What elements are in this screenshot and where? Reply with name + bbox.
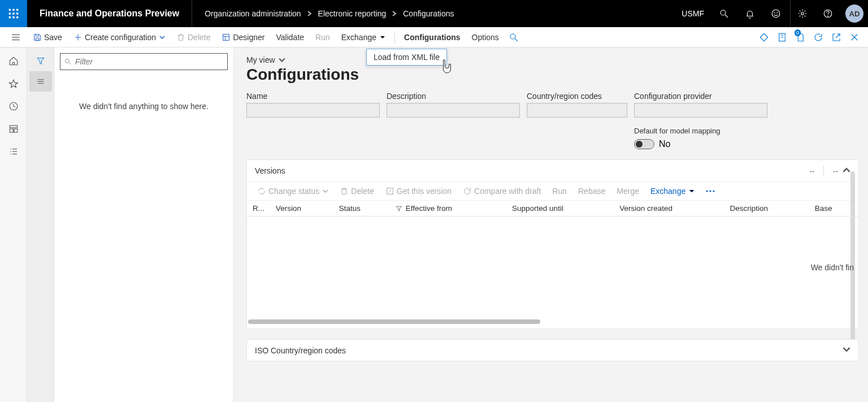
hamburger-icon <box>11 32 21 42</box>
notifications-button[interactable] <box>738 0 762 27</box>
create-configuration-button[interactable]: Create configuration <box>68 31 171 44</box>
nav-home[interactable] <box>2 51 25 71</box>
attachments-button[interactable]: 0 <box>791 28 809 46</box>
versions-grid: R... Version Status Effective from Suppo… <box>247 201 858 217</box>
svg-rect-6 <box>9 16 11 18</box>
svg-point-16 <box>828 16 828 16</box>
app-title: Finance and Operations Preview <box>27 0 192 27</box>
breadcrumb-org-admin[interactable]: Organization administration <box>205 9 301 18</box>
col-description[interactable]: Description <box>724 201 809 217</box>
nav-expand-button[interactable] <box>5 32 27 42</box>
col-effective-from[interactable]: Effective from <box>390 201 506 217</box>
nav-favorites[interactable] <box>2 74 25 94</box>
col-version-created[interactable]: Version created <box>614 201 724 217</box>
close-button[interactable] <box>845 28 863 46</box>
scrollbar-thumb[interactable] <box>248 319 540 324</box>
popout-button[interactable] <box>827 28 845 46</box>
save-button[interactable]: Save <box>27 31 68 44</box>
versions-more-button[interactable] <box>701 188 719 194</box>
global-search-button[interactable] <box>712 0 736 27</box>
star-icon <box>8 79 19 89</box>
svg-line-31 <box>836 34 840 38</box>
field-provider-label: Configuration provider <box>634 92 767 101</box>
svg-rect-1 <box>12 9 14 11</box>
svg-marker-45 <box>37 58 44 64</box>
filter-rail <box>27 47 54 402</box>
col-effective-label: Effective from <box>406 204 452 213</box>
validate-button[interactable]: Validate <box>271 31 310 44</box>
action-search-button[interactable] <box>505 28 523 46</box>
attachments-badge: 0 <box>795 29 801 36</box>
page-title: Configurations <box>246 66 859 84</box>
horizontal-scrollbar[interactable] <box>248 318 857 325</box>
help-button[interactable] <box>816 0 840 27</box>
nav-modules[interactable] <box>2 141 25 162</box>
versions-toolbar: Change status Delete Get this version Co… <box>247 181 858 201</box>
delete-label: Delete <box>188 33 210 42</box>
svg-rect-37 <box>10 129 13 132</box>
lines-icon <box>36 77 45 86</box>
svg-rect-0 <box>9 9 11 11</box>
svg-rect-3 <box>9 12 11 14</box>
breadcrumb-electronic-reporting[interactable]: Electronic reporting <box>318 9 387 18</box>
collapse-button[interactable] <box>843 166 850 176</box>
exchange-label: Exchange <box>341 33 376 42</box>
versions-exchange-button[interactable]: Exchange <box>646 184 699 198</box>
search-icon <box>719 8 729 19</box>
exchange-button[interactable]: Exchange <box>336 31 391 44</box>
more-icon <box>706 190 715 192</box>
diamond-icon <box>759 32 769 42</box>
col-supported-until[interactable]: Supported until <box>506 201 614 217</box>
delete-button: Delete <box>171 31 216 44</box>
search-icon <box>64 58 72 66</box>
office-button[interactable] <box>773 28 791 46</box>
col-r[interactable]: R... <box>247 201 270 217</box>
divider <box>823 166 824 176</box>
col-version[interactable]: Version <box>270 201 333 217</box>
refresh-button[interactable] <box>809 28 827 46</box>
compare-button: Compare with draft <box>458 184 545 198</box>
view-selector[interactable]: My view <box>246 55 859 64</box>
designer-button[interactable]: Designer <box>216 31 270 44</box>
svg-rect-23 <box>223 34 229 40</box>
svg-rect-36 <box>10 126 18 128</box>
exchange-menu-item-load-xml[interactable]: Load from XML file <box>366 49 447 66</box>
nav-recent[interactable] <box>2 96 25 116</box>
col-base-label: Base <box>815 204 832 213</box>
feedback-button[interactable] <box>764 0 788 27</box>
default-model-mapping-toggle[interactable] <box>634 139 654 149</box>
svg-point-49 <box>65 59 69 63</box>
iso-expand-button[interactable] <box>843 345 850 355</box>
col-status[interactable]: Status <box>333 201 390 217</box>
filter-pane-button[interactable] <box>29 51 52 71</box>
user-avatar[interactable]: AD <box>845 5 863 23</box>
refresh-icon <box>813 32 823 42</box>
svg-rect-8 <box>16 16 18 18</box>
breadcrumb-configurations[interactable]: Configurations <box>403 9 454 18</box>
versions-card: Versions -- -- Change status Delete Get … <box>246 159 859 329</box>
tree-filter-box[interactable] <box>60 53 228 70</box>
pin-button[interactable] <box>755 28 773 46</box>
left-nav-rail <box>0 47 27 402</box>
load-xml-label: Load from XML file <box>374 53 440 62</box>
tree-filter-input[interactable] <box>75 57 224 66</box>
get-version-button: Get this version <box>381 184 456 198</box>
options-tab[interactable]: Options <box>466 31 505 44</box>
app-launcher-button[interactable] <box>0 0 27 27</box>
legal-entity[interactable]: USMF <box>682 9 704 18</box>
sync-icon <box>257 187 266 196</box>
nav-workspaces[interactable] <box>2 119 25 139</box>
col-base[interactable]: Base <box>809 201 858 217</box>
breadcrumb: Organization administration Electronic r… <box>192 9 454 18</box>
svg-point-12 <box>774 12 775 13</box>
list-pane-button[interactable] <box>29 71 52 92</box>
field-country-codes-input <box>527 103 627 118</box>
bell-icon <box>745 8 755 19</box>
change-status-label: Change status <box>268 187 319 196</box>
get-version-label: Get this version <box>397 187 452 196</box>
versions-delete-label: Delete <box>351 187 374 196</box>
versions-title: Versions <box>255 166 285 175</box>
configurations-tab[interactable]: Configurations <box>398 31 466 44</box>
settings-button[interactable] <box>790 0 814 27</box>
designer-label: Designer <box>233 33 264 42</box>
